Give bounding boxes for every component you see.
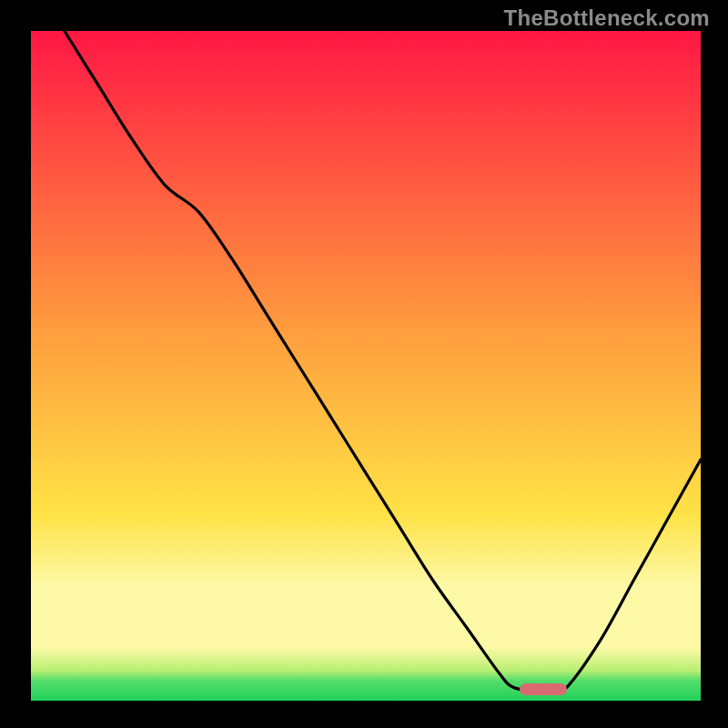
- chart-frame: [31, 31, 701, 701]
- watermark-text: TheBottleneck.com: [504, 5, 710, 31]
- gradient-background: [31, 31, 701, 701]
- chart-plot: [31, 31, 701, 701]
- optimal-range-marker: [520, 683, 567, 695]
